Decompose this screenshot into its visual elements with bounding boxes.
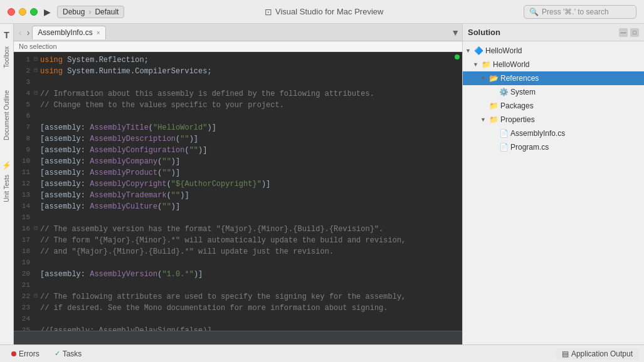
title-center: ⊡ Visual Studio for Mac Preview	[130, 7, 517, 17]
solution-panel: Solution — □ ▼ 🔷 HelloWorld ▼ 📁 HelloWor…	[462, 24, 644, 344]
selection-text: No selection	[19, 43, 57, 50]
program-label: Program.cs	[510, 143, 549, 152]
helloworld-arrow: ▼	[473, 61, 480, 68]
debug-label: Debug	[63, 8, 85, 16]
nav-forward-button[interactable]: ›	[24, 28, 33, 38]
check-icon: ✓	[55, 349, 60, 358]
title-bar: ▶ Debug › Default ⊡ Visual Studio for Ma…	[0, 0, 644, 24]
toolbox-t-icon[interactable]: T	[4, 29, 9, 41]
code-line: 5 // Change them to the values specific …	[14, 100, 462, 111]
helloworld-label: HelloWorld	[493, 60, 529, 69]
code-line: 10 [assembly: AssemblyCompany("")]	[14, 156, 462, 167]
toolbox-label[interactable]: Toolbox	[3, 44, 10, 70]
selection-info: No selection	[14, 41, 462, 52]
tree-item-system[interactable]: ⚙️ System	[463, 85, 644, 99]
solution-root-icon: 🔷	[474, 46, 484, 55]
properties-arrow: ▼	[480, 116, 488, 123]
tab-label: AssemblyInfo.cs	[38, 28, 92, 37]
editor-status-bar	[14, 331, 462, 344]
status-dot	[455, 54, 460, 59]
references-label: References	[500, 74, 539, 83]
lightning-icon[interactable]: ⚡	[2, 161, 11, 170]
left-toolbar: T Toolbox Document Outline ⚡ Unit Tests	[0, 24, 14, 344]
code-line: 21	[14, 280, 462, 291]
main-area: T Toolbox Document Outline ⚡ Unit Tests …	[0, 24, 644, 344]
solution-root-arrow: ▼	[465, 48, 473, 54]
code-line: 8 [assembly: AssemblyDescription("")]	[14, 133, 462, 145]
debug-config: Debug › Default	[57, 6, 124, 18]
app-output-icon: ▤	[562, 349, 569, 358]
code-line: 1 ⊟ using System.Reflection;	[14, 54, 462, 66]
system-icon: ⚙️	[499, 88, 509, 96]
solution-root[interactable]: ▼ 🔷 HelloWorld	[463, 44, 644, 58]
solution-header: Solution — □	[463, 24, 644, 41]
tree-item-properties[interactable]: ▼ 📁 Properties	[463, 113, 644, 127]
solution-title: Solution	[468, 28, 500, 37]
code-line: 18 // and "{Major}.{Minor}.{Build}.*" wi…	[14, 246, 462, 257]
solution-minimize-button[interactable]: —	[619, 28, 628, 37]
editor-area: ‹ › AssemblyInfo.cs × ▼ No selection 1 ⊟…	[14, 24, 462, 344]
properties-icon: 📁	[489, 115, 499, 124]
properties-label: Properties	[500, 115, 535, 124]
code-line: 20 [assembly: AssemblyVersion("1.0.*")]	[14, 269, 462, 280]
code-line: 6	[14, 111, 462, 122]
app-title: ⊡ Visual Studio for Mac Preview	[265, 7, 383, 17]
code-editor[interactable]: 1 ⊟ using System.Reflection; 2 ⊟ using S…	[14, 52, 462, 331]
program-icon: 📄	[499, 143, 509, 152]
app-output-label: Application Output	[571, 349, 633, 358]
errors-button[interactable]: Errors	[5, 348, 46, 359]
error-dot-icon	[11, 351, 16, 356]
code-line: 16 ⊟ // The assembly version has the for…	[14, 224, 462, 235]
helloworld-icon: 📁	[482, 60, 492, 69]
code-line: 25 //[assembly: AssemblyDelaySign(false)…	[14, 325, 462, 331]
code-line: 23 // if desired. See the Mono documenta…	[14, 303, 462, 314]
code-line: 7 [assembly: AssemblyTitle("HelloWorld")…	[14, 122, 462, 133]
code-line: 19	[14, 257, 462, 269]
code-line: 15	[14, 212, 462, 224]
references-icon: 📂	[489, 74, 499, 83]
code-line: 4 ⊟ // Information about this assembly i…	[14, 88, 462, 100]
traffic-lights	[8, 8, 38, 16]
tree-item-helloworld[interactable]: ▼ 📁 HelloWorld	[463, 58, 644, 71]
search-bar[interactable]: 🔍 Press '⌘.' to search	[524, 5, 636, 19]
nav-back-button[interactable]: ‹	[16, 28, 24, 38]
code-line: 13 [assembly: AssemblyTrademark("")]	[14, 190, 462, 201]
active-tab[interactable]: AssemblyInfo.cs ×	[32, 26, 105, 39]
vs-icon: ⊡	[265, 7, 272, 17]
minimize-button[interactable]	[19, 8, 26, 16]
run-button[interactable]: ▶	[44, 7, 51, 17]
code-line: 3	[14, 77, 462, 88]
bottom-bar: Errors ✓ Tasks ▤ Application Output	[0, 344, 644, 362]
tree-item-assemblyinfo[interactable]: 📄 AssemblyInfo.cs	[463, 127, 644, 140]
close-button[interactable]	[8, 8, 15, 16]
assemblyinfo-label: AssemblyInfo.cs	[510, 129, 565, 138]
tasks-label: Tasks	[63, 349, 82, 358]
code-line: 22 ⊟ // The following attributes are use…	[14, 291, 462, 303]
code-line: 11 [assembly: AssemblyProduct("")]	[14, 167, 462, 178]
solution-controls: — □	[619, 28, 639, 37]
tree-item-references[interactable]: ▼ 📂 References	[463, 71, 644, 85]
tree-item-packages[interactable]: 📁 Packages	[463, 99, 644, 113]
errors-label: Errors	[19, 349, 40, 358]
debug-separator: ›	[88, 8, 91, 16]
app-output-button[interactable]: ▤ Application Output	[556, 348, 639, 359]
unit-tests-label[interactable]: Unit Tests	[3, 172, 10, 205]
tab-close-button[interactable]: ×	[97, 29, 100, 36]
system-label: System	[510, 88, 536, 96]
document-outline-label[interactable]: Document Outline	[3, 88, 10, 143]
solution-expand-button[interactable]: □	[630, 28, 639, 37]
code-line: 14 [assembly: AssemblyCulture("")]	[14, 201, 462, 212]
config-label: Default	[95, 8, 119, 16]
editor-dropdown-button[interactable]: ▼	[451, 28, 460, 38]
tree-item-program[interactable]: 📄 Program.cs	[463, 140, 644, 154]
packages-label: Packages	[500, 101, 534, 110]
code-line: 2 ⊟ using System.Runtime.CompilerService…	[14, 66, 462, 77]
packages-icon: 📁	[489, 101, 499, 110]
tab-bar: ‹ › AssemblyInfo.cs × ▼	[14, 24, 462, 41]
search-icon: 🔍	[529, 8, 539, 16]
tasks-button[interactable]: ✓ Tasks	[48, 348, 88, 359]
maximize-button[interactable]	[30, 8, 38, 16]
code-line: 9 [assembly: AssemblyConfiguration("")]	[14, 145, 462, 156]
solution-root-label: HelloWorld	[485, 46, 522, 55]
assemblyinfo-icon: 📄	[499, 129, 509, 138]
